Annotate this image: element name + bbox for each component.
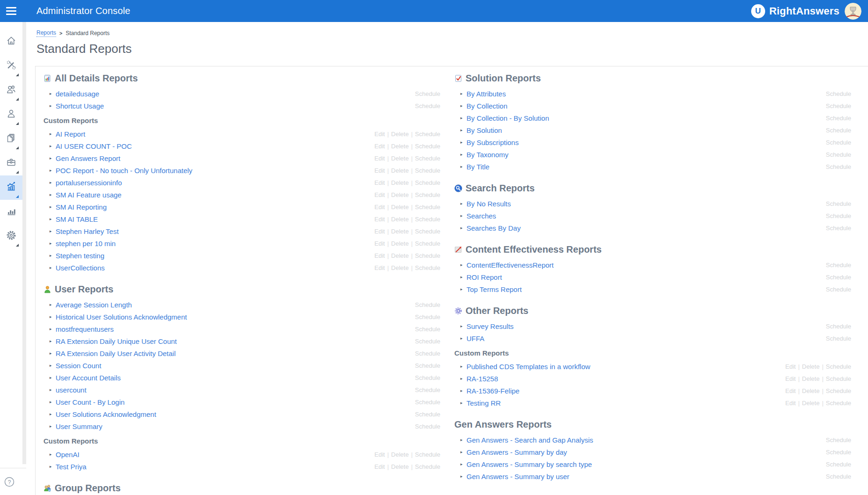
schedule-link[interactable]: Schedule [826, 102, 851, 109]
sidebar-item-user[interactable] [0, 102, 22, 127]
delete-link[interactable]: Delete [391, 240, 409, 247]
schedule-link[interactable]: Schedule [415, 350, 440, 357]
report-link[interactable]: Gen Answers - Search and Gap Analysis [466, 436, 593, 444]
report-link[interactable]: portalusersessioninfo [56, 179, 122, 187]
edit-link[interactable]: Edit [374, 167, 385, 174]
schedule-link[interactable]: Schedule [826, 400, 851, 407]
delete-link[interactable]: Delete [391, 155, 409, 162]
report-link[interactable]: By Collection - By Solution [466, 114, 549, 122]
schedule-link[interactable]: Schedule [826, 115, 851, 122]
report-link[interactable]: usercount [56, 386, 86, 394]
report-link[interactable]: By Attributes [466, 90, 506, 98]
report-link[interactable]: Average Session Length [56, 301, 132, 309]
schedule-link[interactable]: Schedule [826, 139, 851, 146]
report-link[interactable]: Published CDS Templates in a workflow [466, 363, 590, 371]
edit-link[interactable]: Edit [785, 400, 796, 407]
report-link[interactable]: By Subscriptions [466, 138, 519, 146]
sidebar-item-user-group[interactable] [0, 78, 22, 102]
user-avatar-image[interactable] [845, 3, 861, 20]
schedule-link[interactable]: Schedule [415, 102, 440, 109]
report-link[interactable]: UserCollections [56, 264, 105, 272]
report-link[interactable]: OpenAI [56, 451, 79, 459]
schedule-link[interactable]: Schedule [826, 286, 851, 293]
report-link[interactable]: SM AI TABLE [56, 215, 98, 223]
schedule-link[interactable]: Schedule [826, 449, 851, 456]
schedule-link[interactable]: Schedule [415, 143, 440, 150]
delete-link[interactable]: Delete [802, 387, 820, 394]
edit-link[interactable]: Edit [374, 451, 385, 458]
edit-link[interactable]: Edit [374, 179, 385, 186]
edit-link[interactable]: Edit [785, 375, 796, 382]
report-link[interactable]: RA Extension Daily Unique User Count [56, 337, 177, 345]
schedule-link[interactable]: Schedule [415, 131, 440, 138]
sidebar-item-tools[interactable] [0, 54, 22, 78]
sidebar-item-home[interactable] [0, 29, 22, 54]
report-link[interactable]: ContentEffectivenessReport [466, 261, 554, 269]
schedule-link[interactable]: Schedule [826, 323, 851, 330]
report-link[interactable]: ROI Report [466, 273, 502, 281]
delete-link[interactable]: Delete [802, 375, 820, 382]
delete-link[interactable]: Delete [802, 400, 820, 407]
report-link[interactable]: AI USER COUNT - POC [56, 142, 132, 150]
schedule-link[interactable]: Schedule [826, 335, 851, 342]
schedule-link[interactable]: Schedule [415, 451, 440, 458]
schedule-link[interactable]: Schedule [826, 151, 851, 158]
schedule-link[interactable]: Schedule [826, 274, 851, 281]
schedule-link[interactable]: Schedule [415, 362, 440, 369]
sidebar-item-settings[interactable] [0, 224, 22, 248]
report-link[interactable]: Session Count [56, 362, 101, 370]
edit-link[interactable]: Edit [785, 363, 796, 370]
delete-link[interactable]: Delete [802, 363, 820, 370]
schedule-link[interactable]: Schedule [826, 163, 851, 170]
report-link[interactable]: User Count - By Login [56, 398, 125, 406]
delete-link[interactable]: Delete [391, 191, 409, 198]
report-link[interactable]: Searches [466, 212, 496, 220]
schedule-link[interactable]: Schedule [415, 252, 440, 259]
help-icon[interactable]: ? [3, 476, 15, 488]
schedule-link[interactable]: Schedule [415, 155, 440, 162]
report-link[interactable]: SM AI Feature usage [56, 191, 122, 199]
schedule-link[interactable]: Schedule [826, 90, 851, 97]
report-link[interactable]: SM AI Reporting [56, 203, 107, 211]
report-link[interactable]: Survey Results [466, 322, 514, 330]
schedule-link[interactable]: Schedule [415, 264, 440, 271]
schedule-link[interactable]: Schedule [826, 225, 851, 232]
schedule-link[interactable]: Schedule [415, 179, 440, 186]
edit-link[interactable]: Edit [374, 264, 385, 271]
delete-link[interactable]: Delete [391, 131, 409, 138]
edit-link[interactable]: Edit [374, 191, 385, 198]
report-link[interactable]: RA Extension Daily User Activity Detail [56, 349, 176, 357]
report-link[interactable]: Historical User Solutions Acknowledgment [56, 313, 187, 321]
edit-link[interactable]: Edit [374, 143, 385, 150]
schedule-link[interactable]: Schedule [415, 204, 440, 211]
schedule-link[interactable]: Schedule [415, 399, 440, 406]
edit-link[interactable]: Edit [374, 204, 385, 211]
schedule-link[interactable]: Schedule [415, 191, 440, 198]
schedule-link[interactable]: Schedule [415, 167, 440, 174]
delete-link[interactable]: Delete [391, 204, 409, 211]
edit-link[interactable]: Edit [374, 155, 385, 162]
schedule-link[interactable]: Schedule [415, 313, 440, 320]
report-link[interactable]: Gen Answers - Summary by search type [466, 460, 592, 468]
report-link[interactable]: detailedusage [56, 90, 99, 98]
schedule-link[interactable]: Schedule [415, 240, 440, 247]
schedule-link[interactable]: Schedule [826, 473, 851, 480]
delete-link[interactable]: Delete [391, 451, 409, 458]
report-link[interactable]: By Solution [466, 126, 502, 134]
edit-link[interactable]: Edit [374, 216, 385, 223]
schedule-link[interactable]: Schedule [415, 301, 440, 308]
schedule-link[interactable]: Schedule [415, 228, 440, 235]
hamburger-menu-icon[interactable] [0, 0, 22, 22]
schedule-link[interactable]: Schedule [415, 90, 440, 97]
report-link[interactable]: By Collection [466, 102, 508, 110]
report-link[interactable]: Test Priya [56, 463, 86, 471]
report-link[interactable]: By Title [466, 163, 489, 171]
report-link[interactable]: RA-15258 [466, 375, 498, 383]
report-link[interactable]: stephen per 10 min [56, 240, 115, 248]
report-link[interactable]: User Account Details [56, 374, 121, 382]
edit-link[interactable]: Edit [374, 463, 385, 470]
schedule-link[interactable]: Schedule [415, 411, 440, 418]
report-link[interactable]: Stephen testing [56, 252, 104, 260]
report-link[interactable]: Testing RR [466, 399, 501, 407]
delete-link[interactable]: Delete [391, 228, 409, 235]
